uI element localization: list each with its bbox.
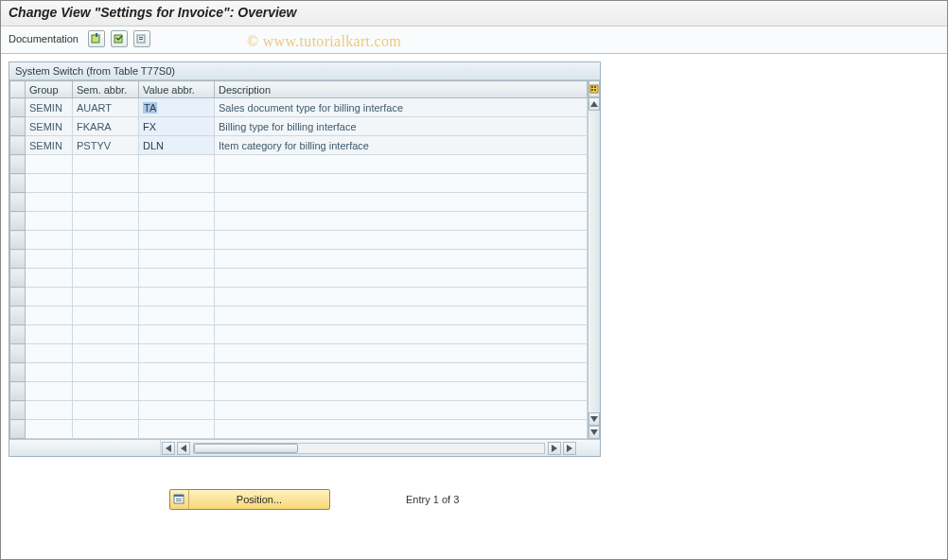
toolbar: Documentation xyxy=(1,26,947,54)
hscroll-left-page-icon[interactable] xyxy=(162,442,175,455)
cell-desc: Billing type for billing interface xyxy=(215,117,588,136)
table-row[interactable] xyxy=(10,250,588,269)
row-selector[interactable] xyxy=(10,344,26,363)
cell-group: SEMIN xyxy=(26,136,73,155)
hscroll-track[interactable] xyxy=(193,443,545,454)
row-selector[interactable] xyxy=(10,136,26,155)
table-body: SEMIN AUART TA Sales document type for b… xyxy=(10,98,588,439)
title-bar: Change View "Settings for Invoice": Over… xyxy=(1,1,947,26)
row-selector[interactable] xyxy=(10,306,26,325)
position-label: Position... xyxy=(189,494,329,505)
scroll-down-icon[interactable] xyxy=(588,412,600,426)
table-row[interactable] xyxy=(10,420,588,439)
cell-val[interactable]: FX xyxy=(139,117,215,136)
svg-rect-9 xyxy=(591,89,593,91)
cell-group: SEMIN xyxy=(26,98,73,117)
scroll-up-icon[interactable] xyxy=(588,97,600,111)
table-row[interactable] xyxy=(10,382,588,401)
cell-sem: FKARA xyxy=(73,117,139,136)
hscroll-left-icon[interactable] xyxy=(177,442,190,455)
toolbar-button-save-icon[interactable] xyxy=(111,30,128,47)
svg-marker-16 xyxy=(552,445,557,452)
table-row[interactable] xyxy=(10,269,588,288)
scroll-down-page-icon[interactable] xyxy=(588,426,600,439)
svg-rect-4 xyxy=(139,37,143,38)
column-header-val[interactable]: Value abbr. xyxy=(139,81,215,98)
grid: Group Sem. abbr. Value abbr. Description… xyxy=(9,80,600,439)
table-panel: System Switch (from Table T77S0) Group S… xyxy=(9,61,601,457)
cell-sem: PSTYV xyxy=(73,136,139,155)
svg-rect-20 xyxy=(176,499,182,499)
cell-group: SEMIN xyxy=(26,117,73,136)
toolbar-button-other-icon[interactable] xyxy=(133,30,150,47)
cell-val[interactable]: DLN xyxy=(139,136,215,155)
table-row[interactable] xyxy=(10,174,588,193)
cell-desc: Item category for billing interface xyxy=(215,136,588,155)
svg-rect-8 xyxy=(594,86,596,88)
hscroll-pad xyxy=(9,440,161,456)
table-row[interactable] xyxy=(10,193,588,212)
row-selector[interactable] xyxy=(10,325,26,344)
svg-marker-14 xyxy=(166,445,171,452)
row-selector[interactable] xyxy=(10,288,26,306)
footer-row: Position... Entry 1 of 3 xyxy=(169,489,939,510)
column-header-sem[interactable]: Sem. abbr. xyxy=(73,81,139,98)
row-selector[interactable] xyxy=(10,382,26,401)
row-selector[interactable] xyxy=(10,193,26,212)
svg-rect-10 xyxy=(594,89,596,91)
svg-marker-15 xyxy=(181,445,186,452)
hscroll-right-icon[interactable] xyxy=(548,442,561,455)
table-row[interactable]: SEMIN PSTYV DLN Item category for billin… xyxy=(10,136,588,155)
row-selector[interactable] xyxy=(10,98,26,117)
grid-main: Group Sem. abbr. Value abbr. Description… xyxy=(9,80,588,439)
cell-val[interactable]: TA xyxy=(139,98,215,117)
column-header-desc[interactable]: Description xyxy=(215,81,588,98)
svg-marker-11 xyxy=(590,101,598,107)
table-row[interactable]: SEMIN AUART TA Sales document type for b… xyxy=(10,98,588,117)
row-selector[interactable] xyxy=(10,155,26,174)
panel-title: System Switch (from Table T77S0) xyxy=(9,62,600,80)
svg-rect-21 xyxy=(176,500,182,501)
column-header-group[interactable]: Group xyxy=(26,81,73,98)
table-config-icon[interactable] xyxy=(588,80,600,97)
row-selector[interactable] xyxy=(10,250,26,269)
table-row[interactable] xyxy=(10,344,588,363)
hscroll-right-page-icon[interactable] xyxy=(563,442,576,455)
position-icon xyxy=(170,490,189,509)
table-row[interactable] xyxy=(10,401,588,420)
svg-rect-7 xyxy=(591,86,593,88)
row-selector[interactable] xyxy=(10,420,26,439)
row-selector[interactable] xyxy=(10,363,26,382)
table-row[interactable] xyxy=(10,363,588,382)
content-area: System Switch (from Table T77S0) Group S… xyxy=(1,54,947,517)
table-row[interactable] xyxy=(10,325,588,344)
toolbar-button-change-icon[interactable] xyxy=(88,30,105,47)
position-button[interactable]: Position... xyxy=(169,489,330,510)
cell-sem: AUART xyxy=(73,98,139,117)
row-selector[interactable] xyxy=(10,401,26,420)
svg-marker-12 xyxy=(590,416,598,422)
svg-marker-13 xyxy=(590,429,598,435)
svg-marker-17 xyxy=(567,445,572,452)
hscroll-thumb[interactable] xyxy=(194,444,298,453)
table-row[interactable] xyxy=(10,288,588,306)
table-row[interactable] xyxy=(10,231,588,250)
table-row[interactable] xyxy=(10,155,588,174)
horizontal-scrollbar[interactable] xyxy=(9,439,600,456)
column-header-select[interactable] xyxy=(10,81,26,98)
page-title: Change View "Settings for Invoice": Over… xyxy=(9,5,939,20)
svg-rect-5 xyxy=(139,39,143,40)
documentation-link[interactable]: Documentation xyxy=(9,33,79,44)
row-selector[interactable] xyxy=(10,117,26,136)
table-row[interactable]: SEMIN FKARA FX Billing type for billing … xyxy=(10,117,588,136)
scroll-track[interactable] xyxy=(588,111,600,412)
svg-rect-1 xyxy=(96,33,97,37)
row-selector[interactable] xyxy=(10,269,26,288)
vertical-scrollbar[interactable] xyxy=(588,80,600,439)
row-selector[interactable] xyxy=(10,212,26,231)
data-table: Group Sem. abbr. Value abbr. Description… xyxy=(9,80,588,439)
table-row[interactable] xyxy=(10,306,588,325)
table-row[interactable] xyxy=(10,212,588,231)
row-selector[interactable] xyxy=(10,231,26,250)
row-selector[interactable] xyxy=(10,174,26,193)
